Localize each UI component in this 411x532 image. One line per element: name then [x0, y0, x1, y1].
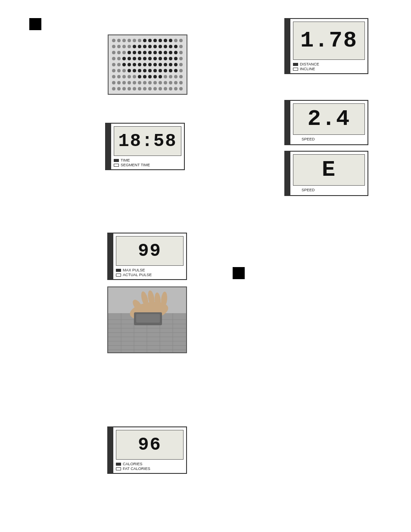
calories-indicator-outline — [116, 467, 121, 470]
svg-point-49 — [148, 57, 152, 60]
svg-point-29 — [117, 51, 121, 54]
dot-matrix-row-3 — [112, 51, 183, 54]
calories-label-2: FAT CALORIES — [116, 467, 184, 471]
svg-point-63 — [148, 63, 152, 66]
svg-point-13 — [179, 39, 183, 42]
pulse-label-1: MAX PULSE — [116, 268, 184, 272]
svg-point-77 — [148, 69, 152, 72]
svg-point-98 — [112, 81, 115, 84]
svg-point-32 — [133, 51, 136, 54]
section-marker-top — [29, 18, 41, 30]
svg-point-51 — [159, 57, 162, 60]
svg-point-1 — [117, 39, 121, 42]
svg-point-117 — [138, 87, 141, 90]
svg-point-89 — [138, 75, 141, 78]
svg-point-80 — [164, 69, 167, 72]
speed-display-1: 2.4 SPEED — [284, 100, 368, 145]
speed-value-2: E — [322, 159, 336, 181]
section-marker-middle — [233, 267, 245, 279]
speed-display-2: E SPEED — [284, 151, 368, 196]
svg-point-104 — [143, 81, 146, 84]
speed-label-2: SPEED — [293, 188, 365, 192]
svg-point-113 — [117, 87, 121, 90]
distance-label-1: DISTANCE — [293, 62, 365, 66]
svg-point-116 — [133, 87, 136, 90]
svg-point-10 — [164, 39, 167, 42]
svg-point-8 — [153, 39, 157, 42]
pulse-indicator-outline — [116, 274, 121, 277]
svg-point-103 — [138, 81, 141, 84]
svg-point-105 — [148, 81, 152, 84]
svg-point-14 — [112, 45, 115, 48]
dot-matrix-row-1 — [112, 39, 183, 42]
svg-point-30 — [122, 51, 126, 54]
svg-point-6 — [143, 39, 146, 42]
svg-point-100 — [122, 81, 126, 84]
svg-point-47 — [138, 57, 141, 60]
svg-point-66 — [164, 63, 167, 66]
svg-point-3 — [128, 39, 131, 42]
svg-point-2 — [122, 39, 126, 42]
dot-matrix-row-9 — [112, 87, 183, 90]
svg-point-78 — [153, 69, 157, 72]
svg-point-18 — [133, 45, 136, 48]
svg-point-67 — [169, 63, 172, 66]
svg-point-62 — [143, 63, 146, 66]
svg-point-52 — [164, 57, 167, 60]
svg-point-119 — [148, 87, 152, 90]
dot-matrix-row-5 — [112, 63, 183, 66]
svg-point-107 — [159, 81, 162, 84]
svg-point-43 — [117, 57, 121, 60]
calories-label-1: CALORIES — [116, 462, 184, 466]
svg-point-86 — [122, 75, 126, 78]
svg-point-102 — [133, 81, 136, 84]
svg-point-110 — [174, 81, 177, 84]
distance-indicator-outline — [293, 68, 298, 71]
svg-point-106 — [153, 81, 157, 84]
svg-point-74 — [133, 69, 136, 72]
svg-point-59 — [128, 63, 131, 66]
svg-point-125 — [179, 87, 183, 90]
distance-label-2: INCLINE — [293, 67, 365, 71]
svg-point-112 — [112, 87, 115, 90]
svg-point-21 — [148, 45, 152, 48]
svg-point-33 — [138, 51, 141, 54]
distance-indicator-solid — [293, 63, 298, 66]
svg-point-97 — [179, 75, 183, 78]
svg-point-88 — [133, 75, 136, 78]
dot-matrix-row-6 — [112, 69, 183, 72]
svg-point-27 — [179, 45, 183, 48]
calories-value: 96 — [138, 436, 161, 454]
svg-point-61 — [138, 63, 141, 66]
svg-point-35 — [148, 51, 152, 54]
svg-point-122 — [164, 87, 167, 90]
svg-point-87 — [128, 75, 131, 78]
svg-point-70 — [112, 69, 115, 72]
dot-matrix-row-8 — [112, 81, 183, 84]
svg-point-41 — [179, 51, 183, 54]
time-value: 18:58 — [118, 132, 177, 150]
svg-point-94 — [164, 75, 167, 78]
svg-rect-148 — [136, 314, 160, 323]
svg-point-85 — [117, 75, 121, 78]
svg-point-42 — [112, 57, 115, 60]
dot-matrix-row-4 — [112, 57, 183, 60]
svg-point-12 — [174, 39, 177, 42]
dot-matrix-row-2 — [112, 45, 183, 48]
svg-point-58 — [122, 63, 126, 66]
pulse-display: 99 MAX PULSE ACTUAL PULSE — [107, 233, 187, 280]
svg-point-60 — [133, 63, 136, 66]
svg-point-72 — [122, 69, 126, 72]
svg-point-120 — [153, 87, 157, 90]
svg-point-91 — [148, 75, 152, 78]
svg-point-56 — [112, 63, 115, 66]
svg-point-31 — [128, 51, 131, 54]
speed-label-1: SPEED — [293, 137, 365, 141]
svg-point-64 — [153, 63, 157, 66]
svg-point-123 — [169, 87, 172, 90]
svg-point-99 — [117, 81, 121, 84]
svg-point-37 — [159, 51, 162, 54]
svg-point-44 — [122, 57, 126, 60]
time-indicator-outline — [114, 164, 119, 167]
svg-point-82 — [174, 69, 177, 72]
